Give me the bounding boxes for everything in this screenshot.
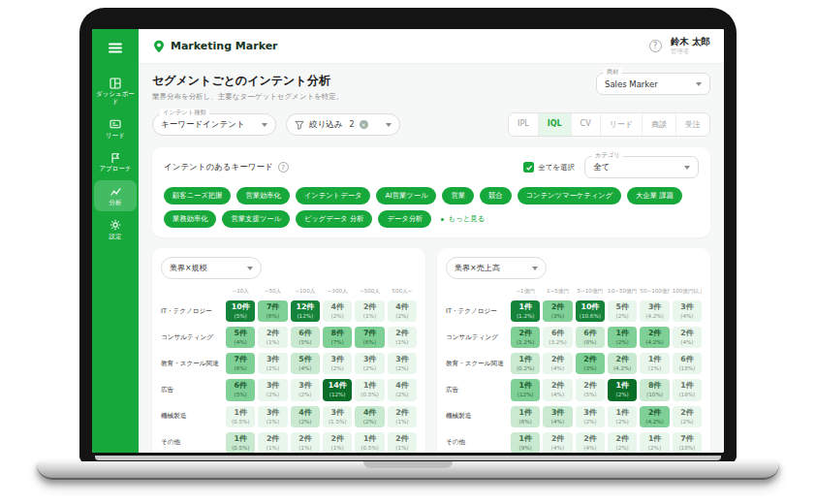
heat-cell[interactable]: 1件(18%) (673, 379, 702, 400)
heat-cell[interactable]: 5件(4%) (291, 353, 320, 374)
help-icon[interactable]: ? (649, 40, 662, 52)
heat-cell[interactable]: 1件(0.5%) (355, 432, 384, 453)
heat-cell[interactable]: 8件(7%) (323, 327, 352, 348)
sidebar-item-leads[interactable]: リード (94, 113, 137, 144)
heat-cell[interactable]: 1件(2%) (608, 327, 637, 348)
heat-cell[interactable]: 2件(1%) (355, 300, 384, 322)
heat-cell[interactable]: 2件(4%) (576, 432, 605, 453)
heat-cell[interactable]: 10件(10.6%) (576, 300, 605, 322)
heat-cell[interactable]: 6件(3.2%) (543, 327, 572, 348)
heat-cell[interactable]: 7件(6%) (258, 300, 287, 322)
keyword-pill[interactable]: 大企業 課題 (627, 187, 682, 205)
keyword-pill[interactable]: 営業支援ツール (222, 210, 289, 228)
heat-cell[interactable]: 2件(4%) (543, 353, 572, 374)
heat-cell[interactable]: 3件(4%) (543, 406, 572, 427)
intent-type-select[interactable]: インテント種類 キーワードインテント (152, 113, 276, 136)
heat-cell[interactable]: 1件(0.2%) (511, 353, 540, 374)
heat-cell[interactable]: 3件(2%) (258, 353, 287, 374)
heat-cell[interactable]: 1件(1.2%) (511, 300, 540, 322)
tab-受注[interactable]: 受注 (675, 113, 709, 136)
select-all-control[interactable]: 全てを選択 (523, 162, 575, 173)
sidebar-item-analytics[interactable]: 分析 (94, 180, 137, 211)
keyword-pill[interactable]: 顧客ニーズ把握 (164, 187, 231, 205)
heat-cell[interactable]: 1件(0.5%) (226, 432, 255, 453)
heat-cell[interactable]: 2件(2%) (608, 432, 637, 453)
keyword-pill[interactable]: AI営業ツール (376, 187, 436, 205)
select-all-checkbox[interactable] (523, 162, 534, 173)
heat-cell[interactable]: 3件(2%) (576, 406, 605, 427)
keyword-help-icon[interactable]: ? (278, 162, 289, 173)
heat-cell[interactable]: 2件(1%) (388, 432, 417, 453)
heat-cell[interactable]: 3件(1.5%) (323, 406, 352, 427)
heat-cell[interactable]: 1件(2%) (640, 432, 669, 453)
heat-cell[interactable]: 3件(4%) (673, 300, 702, 322)
heat-cell[interactable]: 1件(12%) (511, 379, 540, 400)
heat-cell[interactable]: 2件(5%) (576, 379, 605, 400)
heat-cell[interactable]: 2件(4.2%) (608, 353, 637, 374)
keyword-pill[interactable]: ビッグデータ 分析 (296, 210, 373, 228)
show-more-link[interactable]: もっと見る (441, 214, 485, 224)
heat-cell[interactable]: 3件(2%) (258, 379, 287, 400)
heat-cell[interactable]: 1件(0.5%) (226, 406, 255, 427)
heat-cell[interactable]: 4件(2%) (291, 406, 320, 427)
heat-cell[interactable]: 10件(5%) (226, 300, 255, 322)
sidebar-item-approach[interactable]: アプローチ (94, 146, 137, 177)
tab-商談[interactable]: 商談 (642, 113, 675, 136)
heat-cell[interactable]: 2件(4.2%) (640, 406, 669, 427)
heat-cell[interactable]: 2件(2%) (673, 406, 702, 427)
keyword-pill[interactable]: 営業 (442, 187, 474, 205)
heat-cell[interactable]: 3件(2%) (291, 379, 320, 400)
heat-cell[interactable]: 2件(4.2%) (640, 327, 669, 348)
tab-リード[interactable]: リード (600, 113, 642, 136)
keyword-pill[interactable]: インテントデータ (296, 187, 371, 205)
heat-cell[interactable]: 3件(2%) (388, 353, 417, 374)
heat-cell[interactable]: 4件(2%) (388, 300, 417, 322)
heat-cell[interactable]: 2件(4%) (543, 379, 572, 400)
heat-cell[interactable]: 7件(6%) (226, 353, 255, 374)
keyword-pill[interactable]: データ分析 (378, 210, 431, 228)
heat-cell[interactable]: 14件(12%) (323, 379, 352, 400)
heat-cell[interactable]: 2件(3%) (576, 353, 605, 374)
heat-cell[interactable]: 1件(0.5%) (355, 379, 384, 400)
heat-cell[interactable]: 2件(1%) (323, 432, 352, 453)
heat-cell[interactable]: 4件(2%) (323, 300, 352, 322)
keyword-pill[interactable]: 営業効率化 (236, 187, 289, 205)
heat-cell[interactable]: 12件(12%) (291, 300, 320, 322)
heat-cell[interactable]: 2件(1%) (258, 327, 287, 348)
user-menu[interactable]: 鈴木 太郎 管理者 (671, 36, 710, 55)
keyword-pill[interactable]: 競合 (480, 187, 512, 205)
clear-filter-icon[interactable]: × (360, 120, 368, 129)
tab-iql[interactable]: IQL (538, 113, 571, 136)
tab-cv[interactable]: CV (571, 113, 600, 136)
sidebar-item-settings[interactable]: 設定 (94, 214, 137, 245)
heat-cell[interactable]: 1件(6%) (511, 406, 540, 427)
refine-filter-select[interactable]: 絞り込み 2 × (286, 113, 400, 136)
heat-cell[interactable]: 2件(4%) (673, 327, 702, 348)
heat-cell[interactable]: 2件(1%) (388, 406, 417, 427)
heat-cell[interactable]: 2件(3%) (543, 300, 572, 322)
heat-cell[interactable]: 7件(18%) (673, 432, 702, 453)
heat-cell[interactable]: 4件(2%) (355, 406, 384, 427)
keyword-pill[interactable]: 業務効率化 (164, 210, 216, 228)
keyword-pill[interactable]: コンテンツマーケティング (518, 187, 621, 205)
heat-cell[interactable]: 3件(1%) (258, 406, 287, 427)
category-select[interactable]: カテゴリ 全て (584, 156, 699, 178)
heat-cell[interactable]: 6件(18%) (673, 353, 702, 374)
heat-cell[interactable]: 2件(1%) (258, 432, 287, 453)
sidebar-item-dashboard[interactable]: ダッシュボード (94, 72, 137, 110)
hamburger-menu-button[interactable] (94, 38, 137, 58)
heat-cell[interactable]: 6件(8%) (576, 327, 605, 348)
heat-cell[interactable]: 1件(2%) (608, 406, 637, 427)
heat-cell[interactable]: 1件(1%) (640, 353, 669, 374)
axis-select-size[interactable]: 業界×規模 (161, 257, 262, 279)
heat-cell[interactable]: 2件(1.2%) (511, 327, 540, 348)
heat-cell[interactable]: 3件(2%) (355, 353, 384, 374)
heat-cell[interactable]: 2件(1%) (388, 327, 417, 348)
heat-cell[interactable]: 1件(9%) (511, 432, 540, 453)
heat-cell[interactable]: 4件(2%) (388, 379, 417, 400)
heat-cell[interactable]: 6件(5%) (226, 379, 255, 400)
heat-cell[interactable]: 3件(4.2%) (640, 300, 669, 322)
heat-cell[interactable]: 2件(4%) (543, 432, 572, 453)
heat-cell[interactable]: 8件(10%) (640, 379, 669, 400)
heat-cell[interactable]: 1件(2%) (608, 379, 637, 400)
